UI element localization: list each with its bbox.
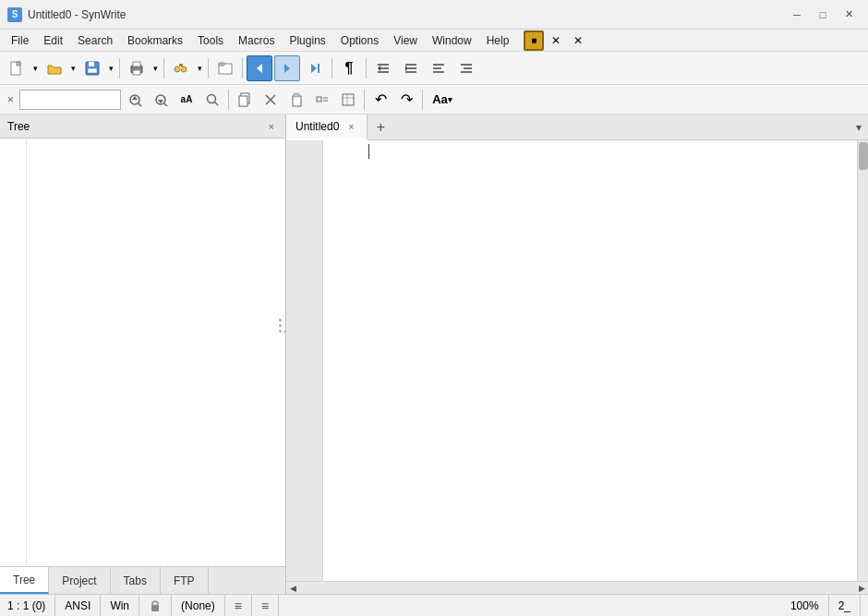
search-x-btn[interactable]: × [4,93,18,106]
sep3 [208,58,209,79]
svg-rect-12 [219,63,224,66]
title-text: Untitled0 - SynWrite [28,8,785,21]
tree-close-button[interactable]: × [265,119,278,134]
menu-plugins[interactable]: Plugins [282,32,332,49]
svg-rect-2 [89,62,94,66]
editor-content [286,140,868,581]
sep6 [366,58,367,79]
svg-line-38 [215,102,219,105]
svg-marker-36 [158,100,163,103]
status-zoom[interactable]: 100% [781,595,829,616]
text-cursor [368,144,369,159]
toolbar-pin-btn[interactable]: ✕ [568,30,588,51]
go-forward-button[interactable] [274,55,300,81]
editor-tab-untitled0[interactable]: Untitled0 × [286,115,368,140]
scrollbar-thumb-v[interactable] [859,142,868,170]
align-left-button[interactable] [426,55,452,81]
undo-button[interactable]: ↶ [368,89,392,111]
sep5 [332,58,332,79]
scroll-left-button[interactable]: ◀ [286,582,299,595]
menu-search[interactable]: Search [70,32,120,49]
redo-button[interactable]: ↷ [394,89,418,111]
svg-rect-10 [179,64,183,66]
vertical-scrollbar[interactable] [857,140,868,581]
sep9 [422,90,423,110]
save-button[interactable] [79,55,105,81]
tab-dropdown-button[interactable]: ▾ [850,115,868,139]
editor-tab-close[interactable]: × [344,120,357,133]
indent-left-button[interactable] [370,55,396,81]
tree-title: Tree [7,120,30,133]
svg-rect-48 [343,94,354,105]
go-next-button[interactable] [302,55,328,81]
indent-right-button[interactable] [398,55,424,81]
paste-button[interactable] [284,89,308,111]
scroll-track-h[interactable] [299,582,855,594]
svg-rect-51 [151,605,159,611]
print-button[interactable] [124,55,150,81]
menu-tools[interactable]: Tools [190,32,231,49]
sep2 [163,58,164,79]
open-dropdown[interactable]: ▾ [68,55,78,81]
resize-handle[interactable] [279,319,282,332]
search-case-button[interactable]: aA [175,89,199,111]
copy-button[interactable] [233,89,257,111]
tab-ftp[interactable]: FTP [161,567,209,594]
status-eol[interactable]: Win [101,595,139,616]
status-bar: 1 : 1 (0) ANSI Win (None) ≡ ≡ 100% 2_ [0,594,868,616]
tab-project[interactable]: Project [49,567,110,594]
menu-options[interactable]: Options [333,32,386,49]
menu-macros[interactable]: Macros [231,32,282,49]
minimize-button[interactable]: ─ [785,6,809,24]
svg-rect-44 [294,93,299,97]
scroll-right-button[interactable]: ▶ [855,582,868,595]
menu-edit[interactable]: Edit [36,32,70,49]
status-syntax[interactable]: (None) [172,595,225,616]
menu-view[interactable]: View [386,32,425,49]
cut-button[interactable] [259,89,283,111]
save-dropdown[interactable]: ▾ [106,55,115,81]
svg-marker-33 [132,96,138,100]
format-button[interactable] [310,89,334,111]
svg-marker-24 [405,66,408,71]
status-lock-icon [139,595,172,616]
menu-file[interactable]: File [4,32,36,49]
close-button[interactable]: ✕ [837,6,861,24]
tab-tree[interactable]: Tree [0,567,49,594]
editor-tab-label: Untitled0 [295,120,339,133]
search-magnifier-button[interactable] [200,89,224,111]
print-dropdown[interactable]: ▾ [151,55,160,81]
find-button[interactable] [168,55,194,81]
svg-rect-16 [318,64,319,73]
toolbar2: × aA ↶ ↷ Aa▾ [0,85,868,115]
search-input[interactable] [19,90,121,110]
paragraph-button[interactable]: ¶ [336,55,362,81]
new-button[interactable] [4,55,30,81]
font-button[interactable]: Aa▾ [427,89,458,111]
search-next-button[interactable] [149,89,173,111]
window-controls: ─ □ ✕ [785,6,861,24]
toolbar-color-btn[interactable]: ■ [524,30,544,51]
editor-text-area[interactable] [323,140,857,581]
menu-window[interactable]: Window [425,32,479,49]
align-right-button[interactable] [453,55,479,81]
tab-tabs[interactable]: Tabs [111,567,161,594]
maximize-button[interactable]: □ [811,6,835,24]
menu-help[interactable]: Help [479,32,517,49]
search-prev-button[interactable] [123,89,147,111]
go-back-button[interactable] [247,55,272,81]
horizontal-scrollbar[interactable]: ◀ ▶ [286,581,868,594]
find-dropdown[interactable]: ▾ [195,55,204,81]
toolbar-close-doc-btn[interactable]: ✕ [546,30,566,51]
template-button[interactable] [336,89,360,111]
svg-rect-43 [293,96,301,106]
svg-rect-3 [88,68,97,73]
filemanager-button[interactable] [212,55,238,81]
svg-rect-45 [317,97,321,102]
status-lines-icon1: ≡ [225,595,252,616]
new-dropdown[interactable]: ▾ [30,55,40,81]
open-button[interactable] [42,55,67,81]
add-tab-button[interactable]: + [368,115,393,139]
menu-bookmarks[interactable]: Bookmarks [120,32,190,49]
status-encoding[interactable]: ANSI [55,595,101,616]
